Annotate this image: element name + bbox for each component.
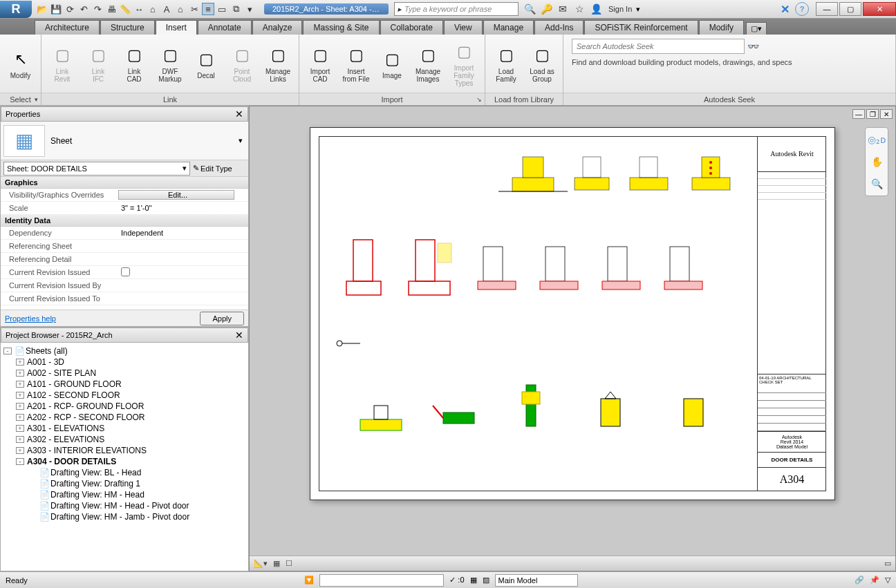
nav-pan-icon[interactable]: ✋ <box>868 153 886 171</box>
expand-icon[interactable]: + <box>16 436 24 443</box>
import-import-cad-button[interactable]: ▢ImportCAD <box>304 43 337 84</box>
type-selector[interactable]: ▦ Sheet ▾ <box>1 122 248 160</box>
ribbon-tab-architecture[interactable]: Architecture <box>35 20 100 35</box>
prop-value[interactable]: Independent <box>118 229 248 237</box>
ribbon-tab-structure[interactable]: Structure <box>100 20 155 35</box>
tree-node[interactable]: 📄Drafting View: Drafting 1 <box>3 478 245 489</box>
measure-icon[interactable]: 📏 <box>119 3 131 15</box>
ribbon-tab-analyze[interactable]: Analyze <box>252 20 303 35</box>
exchange-apps-icon[interactable]: ✕ <box>781 3 790 16</box>
help-icon[interactable]: ? <box>795 2 809 16</box>
prop-category[interactable]: Graphics <box>1 177 248 189</box>
tree-node[interactable]: +A301 - ELEVATIONS <box>3 423 245 434</box>
view-minimize-icon[interactable]: ― <box>852 109 865 119</box>
instance-selector[interactable]: Sheet: DOOR DETAILS▾ <box>3 162 190 176</box>
prop-row[interactable]: DependencyIndependent <box>1 227 248 240</box>
expand-icon[interactable]: + <box>16 425 24 432</box>
minimize-button[interactable]: ― <box>816 2 838 16</box>
expand-icon[interactable]: - <box>3 348 12 354</box>
sync-icon[interactable]: ⟳ <box>64 3 76 15</box>
view-restore-icon[interactable]: ❐ <box>866 109 879 119</box>
save-icon[interactable]: 💾 <box>50 3 62 15</box>
qat-customize-icon[interactable]: ▾ <box>243 3 256 15</box>
ribbon-tab-view[interactable]: View <box>444 20 483 35</box>
prop-row[interactable]: Current Revision Issued By <box>1 279 248 292</box>
ribbon-tab-collaborate[interactable]: Collaborate <box>380 20 443 35</box>
import-insert-from-file-button[interactable]: ▢Insertfrom File <box>339 43 373 84</box>
print-icon[interactable]: 🖶 <box>105 3 118 15</box>
open-icon[interactable]: 📂 <box>36 3 48 15</box>
signin-link[interactable]: Sign In <box>608 5 632 13</box>
tree-node[interactable]: +A302 - ELEVATIONS <box>3 434 245 445</box>
dimension-icon[interactable]: ↔ <box>133 3 145 15</box>
detail-level-icon[interactable]: ▦ <box>273 559 280 568</box>
worksets-icon[interactable]: ▦ <box>470 576 477 585</box>
visual-style-icon[interactable]: ☐ <box>286 559 292 568</box>
prop-category[interactable]: Identity Data <box>1 215 248 227</box>
tree-node[interactable]: +A202 - RCP - SECOND FLOOR <box>3 412 245 423</box>
tree-node[interactable]: +A001 - 3D <box>3 357 245 368</box>
default3d-icon[interactable]: ⌂ <box>174 3 187 15</box>
active-workset-icon[interactable]: ▨ <box>483 576 489 585</box>
drawing-area[interactable]: ― ❐ ✕ ◎₂ᴅ ✋ 🔍 <box>249 106 896 571</box>
ribbon-tab-sofistik-reinforcement[interactable]: SOFiSTiK Reinforcement <box>584 20 698 35</box>
nav-zoom-icon[interactable]: 🔍 <box>868 175 886 193</box>
prop-row[interactable]: Current Revision Issued To <box>1 292 248 305</box>
text-icon[interactable]: A <box>160 3 173 15</box>
filter-icon[interactable]: 🔽 <box>304 576 314 585</box>
scale-control[interactable]: 📐▾ <box>254 559 268 568</box>
infocenter-search[interactable]: ▸ Type a keyword or phrase <box>394 2 519 16</box>
nav-wheel-icon[interactable]: ◎₂ᴅ <box>868 131 886 149</box>
type-dropdown-icon[interactable]: ▾ <box>236 136 245 145</box>
tree-node[interactable]: +A201 - RCP- GROUND FLOOR <box>3 401 245 412</box>
prop-row[interactable]: Referencing Detail <box>1 253 248 266</box>
select-pinned-icon[interactable]: 📌 <box>870 576 879 585</box>
link-link-cad-button[interactable]: ▢LinkCAD <box>118 43 151 84</box>
properties-help-link[interactable]: Properties help <box>5 314 56 323</box>
binoculars-icon[interactable]: 🔍 <box>523 2 536 16</box>
link-manage-links-button[interactable]: ▢ManageLinks <box>261 43 295 84</box>
apply-button[interactable]: Apply <box>200 312 244 325</box>
prop-row[interactable]: Current Revision Issued <box>1 266 248 279</box>
seek-search-input[interactable] <box>572 39 745 54</box>
undo-icon[interactable]: ↶ <box>77 3 90 15</box>
import-image-button[interactable]: ▢Image <box>375 47 409 81</box>
signin-dropdown-icon[interactable]: ▾ <box>636 5 640 14</box>
ribbon-tab-insert[interactable]: Insert <box>156 20 197 35</box>
redo-icon[interactable]: ↷ <box>91 3 104 15</box>
tree-node[interactable]: 📄Drafting View: HM - Head - Pivot door <box>3 500 245 511</box>
prop-checkbox[interactable] <box>121 267 130 276</box>
ribbon-tab-massing-site[interactable]: Massing & Site <box>303 20 379 35</box>
expand-icon[interactable]: + <box>16 414 24 421</box>
select-links-icon[interactable]: 🔗 <box>855 576 864 585</box>
prop-row[interactable]: Visibility/Graphics OverridesEdit... <box>1 189 248 202</box>
ribbon-tab-annotate[interactable]: Annotate <box>198 20 252 35</box>
prop-row[interactable]: Referencing Sheet <box>1 240 248 253</box>
tree-node[interactable]: +A002 - SITE PLAN <box>3 368 245 379</box>
load-load-as-group-button[interactable]: ▢Load asGroup <box>525 43 559 84</box>
ribbon-tab-add-ins[interactable]: Add-Ins <box>534 20 584 35</box>
tree-node[interactable]: -📄Sheets (all) <box>3 345 245 357</box>
load-load-family-button[interactable]: ▢LoadFamily <box>489 43 523 84</box>
close-hidden-icon[interactable]: ▭ <box>216 3 228 15</box>
link-dwf-markup-button[interactable]: ▢DWFMarkup <box>153 43 187 84</box>
filter-selection-icon[interactable]: ▽ <box>885 576 890 585</box>
expand-icon[interactable]: + <box>16 392 24 399</box>
switch-windows-icon[interactable]: ⧉ <box>230 3 242 15</box>
tree-node[interactable]: -A304 - DOOR DETAILS <box>3 456 245 467</box>
expand-icon[interactable]: + <box>16 447 24 454</box>
tree-node[interactable]: +A102 - SECOND FLOOR <box>3 390 245 401</box>
tree-node[interactable]: 📄Drafting View: HM - Head <box>3 489 245 500</box>
user-icon[interactable]: 👤 <box>589 2 603 16</box>
editable-only-icon[interactable]: ✓ :0 <box>449 576 464 585</box>
modify-button[interactable]: ↖ Modify <box>4 47 37 81</box>
tree-node[interactable]: +A303 - INTERIOR ELEVATIONS <box>3 445 245 456</box>
expand-icon[interactable]: + <box>16 403 24 410</box>
prop-row[interactable]: Scale3" = 1'-0" <box>1 202 248 215</box>
subscribe-icon[interactable]: ✉ <box>556 2 570 16</box>
close-button[interactable]: ✕ <box>863 2 896 16</box>
view-close-icon[interactable]: ✕ <box>880 109 893 119</box>
design-options-combo[interactable] <box>319 574 444 587</box>
tree-node[interactable]: 📄Drafting View: BL - Head <box>3 467 245 478</box>
prop-value[interactable]: 3" = 1'-0" <box>118 204 248 212</box>
